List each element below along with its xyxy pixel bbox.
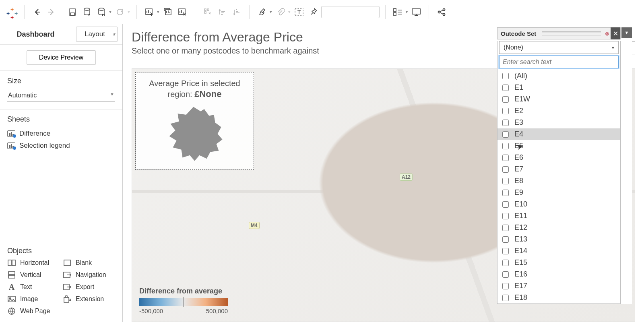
filter-checkbox[interactable] [502, 178, 509, 184]
filter-more-button[interactable]: ▼ [621, 27, 632, 38]
sort-desc-button[interactable] [230, 5, 244, 19]
object-export[interactable]: Export [63, 283, 115, 291]
filter-option[interactable]: E12 [497, 222, 620, 233]
info-card-value: £None [194, 89, 221, 99]
filter-option[interactable]: E15 [497, 257, 620, 268]
filter-checkbox[interactable] [502, 295, 509, 301]
filter-checkbox[interactable] [502, 131, 509, 138]
filter-checkbox[interactable] [502, 155, 509, 161]
filter-option[interactable]: (All) [497, 70, 620, 82]
svg-rect-21 [8, 272, 15, 275]
filter-checkbox[interactable] [502, 166, 509, 173]
dropdown-icon[interactable]: ▼ [127, 10, 131, 14]
sheet-selection-legend[interactable]: Selection legend [7, 140, 115, 152]
filter-checkbox[interactable] [502, 283, 509, 289]
dropdown-icon[interactable]: ▼ [405, 10, 409, 14]
filter-checkbox[interactable] [502, 225, 509, 231]
filter-checkbox[interactable] [502, 85, 509, 91]
size-dropdown[interactable]: Automatic▼ [7, 89, 115, 102]
filter-option[interactable]: E10 [497, 198, 620, 210]
sidebar-tab-dashboard[interactable]: Dashboard [0, 25, 71, 44]
sort-asc-button[interactable] [215, 5, 229, 19]
highlight-button[interactable] [255, 5, 269, 19]
new-datasource-button[interactable] [80, 5, 94, 19]
filter-option[interactable]: E9 [497, 187, 620, 198]
dropdown-icon[interactable]: ▼ [269, 10, 273, 14]
new-worksheet-button[interactable] [142, 5, 156, 19]
filter-option[interactable]: E6 [497, 152, 620, 163]
back-button[interactable] [30, 5, 44, 19]
share-button[interactable] [435, 5, 448, 19]
info-card: Average Price in selectedregion: £None [135, 72, 254, 170]
swap-button[interactable] [201, 5, 215, 19]
object-vertical[interactable]: Vertical [7, 271, 60, 279]
close-icon[interactable]: ✕ [611, 27, 620, 39]
sidebar-layout-select[interactable]: Layout [76, 27, 118, 42]
svg-rect-8 [204, 12, 206, 13]
presentation-button[interactable] [409, 5, 423, 19]
filter-checkbox[interactable] [502, 248, 509, 254]
filter-search-input[interactable] [499, 56, 619, 68]
filter-option[interactable]: E13 [497, 233, 620, 245]
filter-checkbox[interactable] [502, 96, 509, 103]
remove-filter-icon[interactable]: ⊗ [603, 30, 611, 37]
text-label-button[interactable]: T [292, 5, 306, 19]
filter-option[interactable]: E5 [497, 140, 620, 152]
refresh-button[interactable] [113, 5, 127, 19]
filter-option[interactable]: E14 [497, 245, 620, 257]
filter-option[interactable]: E4 [497, 128, 620, 140]
object-webpage[interactable]: Web Page [7, 308, 60, 315]
filter-title: Outcode Set [497, 30, 539, 37]
filter-value-dropdown[interactable]: (None) [499, 41, 619, 54]
object-text[interactable]: AText [7, 283, 60, 291]
filter-checkbox[interactable] [502, 260, 509, 266]
tableau-logo-icon: + + + + [6, 6, 19, 18]
object-blank[interactable]: Blank [63, 259, 115, 266]
drag-handle-icon[interactable] [542, 31, 601, 35]
region-shape-icon [165, 106, 225, 162]
svg-rect-25 [8, 296, 15, 302]
show-me-button[interactable] [391, 5, 405, 19]
object-horizontal[interactable]: Horizontal [7, 259, 60, 266]
filter-option[interactable]: E17 [497, 280, 620, 292]
filter-checkbox[interactable] [502, 271, 509, 278]
pin-button[interactable] [307, 5, 320, 19]
svg-rect-9 [207, 9, 209, 10]
filter-option-label: E14 [514, 247, 527, 255]
filter-option[interactable]: E2 [497, 105, 620, 117]
object-extension[interactable]: Extension [63, 295, 115, 303]
filter-option[interactable]: E11 [497, 210, 620, 222]
filter-checkbox[interactable] [502, 213, 509, 219]
filter-checkbox[interactable] [502, 236, 509, 243]
dropdown-icon[interactable]: ▼ [108, 10, 112, 14]
object-image[interactable]: Image [7, 295, 60, 303]
filter-checkbox[interactable] [502, 120, 509, 126]
clear-sheet-button[interactable] [175, 5, 189, 19]
sheet-difference[interactable]: Difference [7, 128, 115, 140]
object-navigation[interactable]: Navigation [63, 271, 115, 279]
duplicate-sheet-button[interactable] [161, 5, 175, 19]
filter-checkbox[interactable] [502, 190, 509, 196]
filter-option[interactable]: E7 [497, 163, 620, 175]
filter-option[interactable]: E8 [497, 175, 620, 187]
filter-option[interactable]: E16 [497, 268, 620, 280]
toolbar-field[interactable] [321, 6, 380, 18]
filter-option[interactable]: E1W [497, 93, 620, 105]
filter-checkbox[interactable] [502, 73, 509, 79]
dropdown-icon[interactable]: ▼ [156, 10, 160, 14]
filter-checkbox[interactable] [502, 108, 509, 114]
attach-button[interactable] [274, 5, 287, 19]
filter-option[interactable]: E1 [497, 82, 620, 93]
pause-datasource-button[interactable] [95, 5, 108, 19]
filter-option[interactable]: E3 [497, 117, 620, 128]
filter-option-label: E17 [514, 282, 527, 290]
dropdown-icon[interactable]: ▼ [287, 10, 291, 14]
device-preview-button[interactable]: Device Preview [27, 50, 96, 65]
blank-icon [63, 259, 72, 266]
forward-button[interactable] [45, 5, 58, 19]
save-button[interactable] [66, 5, 79, 19]
filter-checkbox[interactable] [502, 201, 509, 208]
filter-option-list[interactable]: (All)E1E1WE2E3E4E5E6E7E8E9E10E11E12E13E1… [497, 70, 620, 303]
filter-option[interactable]: E18 [497, 292, 620, 303]
filter-checkbox[interactable] [502, 143, 509, 149]
